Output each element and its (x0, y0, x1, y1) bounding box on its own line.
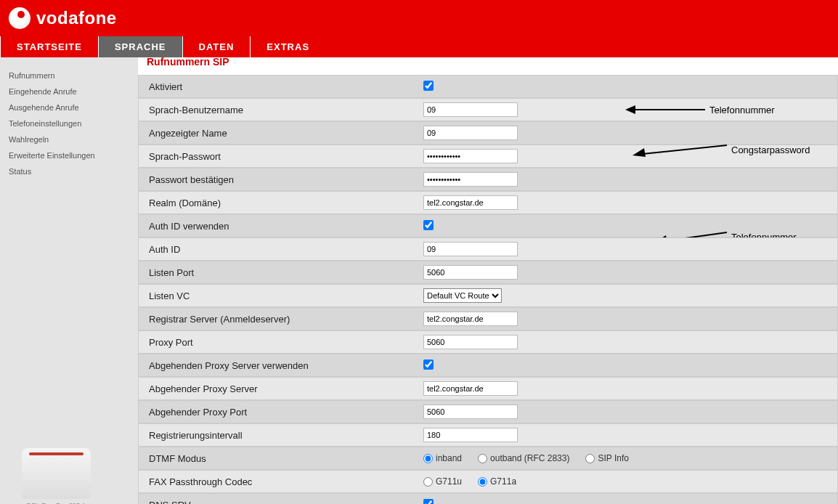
sidebar-item-erweiterte[interactable]: Erweiterte Einstellungen (9, 147, 129, 163)
brand-text: vodafone (36, 8, 117, 28)
row-fax-codec: FAX Passthrough Codec G711u G711a (138, 470, 838, 493)
row-sprach-pw: Sprach-Passwort Congstarpassword (138, 145, 838, 168)
sidebar-item-ausgehende[interactable]: Ausgehende Anrufe (9, 99, 129, 115)
tab-startseite[interactable]: STARTSEITE (0, 36, 98, 57)
input-angezeigter-name[interactable] (423, 126, 518, 140)
label-registrar: Registrar Server (Anmeldeserver) (139, 314, 423, 325)
input-outgoing-proxy[interactable] (423, 381, 518, 396)
label-outgoing-proxy: Abgehender Proxy Server (139, 383, 423, 394)
radio-dtmf-inband[interactable]: inband (423, 453, 462, 463)
arrow-icon (625, 103, 705, 116)
row-reg-interval: Registrierungsintervall (138, 423, 838, 447)
sidebar-item-status[interactable]: Status (9, 163, 129, 179)
row-proxy-port: Proxy Port (138, 330, 838, 354)
device-preview: DSL-EasyBox 803 A (22, 448, 91, 504)
label-aktiviert: Aktiviert (139, 81, 423, 92)
input-realm[interactable] (423, 195, 518, 210)
radio-dtmf-sipinfo[interactable]: SIP Info (585, 453, 628, 463)
sidebar: Rufnummern Eingehende Anrufe Ausgehende … (0, 57, 138, 504)
label-sprach-user: Sprach-Benutzername (139, 105, 423, 115)
label-dtmf: DTMF Modus (139, 453, 423, 464)
header-bar: vodafone (0, 0, 838, 36)
label-outgoing-proxy-port: Abgehender Proxy Port (139, 407, 423, 418)
radio-fax-g711a[interactable]: G711a (478, 476, 516, 487)
radio-dtmf-outband[interactable]: outband (RFC 2833) (478, 453, 569, 463)
input-sprach-pw[interactable] (423, 149, 518, 163)
label-fax-codec: FAX Passthrough Codec (139, 476, 423, 487)
arrow-icon (632, 141, 727, 158)
label-realm: Realm (Domäne) (139, 198, 423, 208)
input-registrar[interactable] (423, 312, 518, 326)
input-outgoing-proxy-port[interactable] (423, 405, 518, 419)
checkbox-aktiviert[interactable] (423, 81, 434, 91)
input-pw-confirm[interactable] (423, 172, 518, 187)
row-listen-vc: Listen VC Default VC Route (138, 284, 838, 307)
brand-logo: vodafone (9, 7, 117, 29)
row-aktiviert: Aktiviert (138, 75, 838, 98)
row-outgoing-proxy-port: Abgehender Proxy Port (138, 400, 838, 423)
label-proxy-port: Proxy Port (139, 337, 423, 348)
input-proxy-port[interactable] (423, 335, 518, 349)
sidebar-item-rufnummern[interactable]: Rufnummern (9, 68, 129, 84)
row-auth-id: Auth ID (138, 237, 838, 261)
label-auth-id: Auth ID (139, 244, 423, 255)
label-listen-vc: Listen VC (139, 290, 423, 301)
annotation-telefonnummer-1: Telefonnummer (625, 103, 775, 116)
row-listen-port: Listen Port (138, 261, 838, 284)
row-realm: Realm (Domäne) (138, 191, 838, 214)
radio-fax-g711u[interactable]: G711u (423, 476, 462, 487)
annotation-congstarpassword: Congstarpassword (632, 141, 810, 158)
checkbox-auth-id-use[interactable] (423, 220, 434, 230)
label-reg-interval: Registrierungsintervall (139, 430, 423, 441)
label-dns-srv: DNS SRV (139, 500, 423, 505)
row-registrar: Registrar Server (Anmeldeserver) (138, 307, 838, 330)
row-dtmf: DTMF Modus inband outband (RFC 2833) SIP… (138, 447, 838, 470)
row-auth-id-use: Auth ID verwenden Telefonnummer (138, 214, 838, 237)
label-sprach-pw: Sprach-Passwort (139, 151, 423, 162)
label-listen-port: Listen Port (139, 267, 423, 278)
svg-line-2 (643, 145, 727, 154)
svg-marker-1 (625, 105, 635, 114)
checkbox-dns-srv[interactable] (423, 499, 434, 505)
select-listen-vc[interactable]: Default VC Route (423, 288, 502, 303)
sidebar-item-wahlregeln[interactable]: Wahlregeln (9, 131, 129, 147)
row-outgoing-proxy-use: Abgehenden Proxy Server verwenden (138, 354, 838, 377)
router-icon (22, 448, 91, 499)
svg-marker-3 (632, 148, 646, 157)
sidebar-item-telefoneinstellungen[interactable]: Telefoneinstellungen (9, 115, 129, 131)
row-dns-srv: DNS SRV (138, 493, 838, 504)
row-outgoing-proxy: Abgehender Proxy Server (138, 377, 838, 400)
row-pw-confirm: Passwort bestätigen (138, 168, 838, 191)
page-title: Rufnummern SIP (138, 54, 838, 72)
label-angezeigter-name: Angezeigter Name (139, 128, 423, 139)
row-sprach-user: Sprach-Benutzername Telefonnummer (138, 98, 838, 121)
input-sprach-user[interactable] (423, 102, 518, 117)
label-outgoing-proxy-use: Abgehenden Proxy Server verwenden (139, 360, 423, 371)
label-pw-confirm: Passwort bestätigen (139, 174, 423, 185)
vodafone-logo-icon (9, 7, 30, 29)
checkbox-outgoing-proxy-use[interactable] (423, 359, 434, 370)
input-auth-id[interactable] (423, 242, 518, 256)
main-content: Rufnummern SIP Aktiviert Sprach-Benutzer… (138, 57, 838, 504)
input-listen-port[interactable] (423, 265, 518, 280)
input-reg-interval[interactable] (423, 428, 518, 442)
label-auth-id-use: Auth ID verwenden (139, 221, 423, 232)
sidebar-item-eingehende[interactable]: Eingehende Anrufe (9, 84, 129, 99)
